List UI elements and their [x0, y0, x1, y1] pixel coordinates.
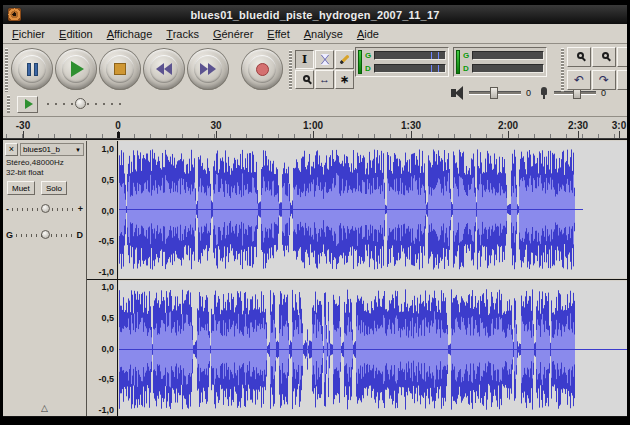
menu-edition[interactable]: Edition: [52, 26, 100, 42]
gain-slider-row: - +: [6, 203, 83, 215]
speed-slider-thumb[interactable]: [75, 98, 86, 109]
draw-tool-icon: [340, 55, 350, 65]
output-meter-left-label: G: [364, 51, 372, 60]
input-meter-left-bar: [472, 51, 544, 60]
play-at-speed-button[interactable]: [17, 96, 38, 113]
input-meter-right-bar: [472, 64, 544, 73]
track-name-button[interactable]: blues01_b ▼: [20, 143, 84, 156]
meter-led-icon: [456, 50, 460, 74]
menu-effet[interactable]: Effet: [260, 26, 296, 42]
title-bar[interactable]: blues01_bluedid_piste_hydrogen_2007_11_1…: [3, 5, 627, 24]
transport-toolbar-grip[interactable]: [5, 48, 8, 92]
pause-button-face: [18, 55, 46, 83]
stop-button[interactable]: [99, 48, 141, 90]
menu-analyse[interactable]: Analyse: [297, 26, 350, 42]
input-meter[interactable]: G D: [453, 47, 547, 77]
waveform-channel-right[interactable]: [119, 281, 627, 417]
zoom-out-button[interactable]: [592, 47, 616, 67]
input-meter-rows: G D: [462, 50, 544, 74]
undo-button[interactable]: ↶: [567, 70, 591, 90]
output-meter[interactable]: G D: [355, 47, 449, 77]
transcription-toolbar-grip[interactable]: [7, 95, 10, 113]
pan-slider-thumb[interactable]: [41, 230, 50, 239]
play-at-speed-icon: [25, 99, 33, 109]
track-close-button[interactable]: ×: [5, 143, 18, 156]
ruler-label-30: 30: [210, 120, 221, 131]
timeshift-tool-icon: ↔: [319, 74, 330, 85]
rewind-button[interactable]: [143, 48, 185, 90]
pause-button[interactable]: [11, 48, 53, 90]
gain-slider-thumb[interactable]: [41, 204, 50, 213]
track-bitdepth-label: 32-bit float: [6, 168, 43, 177]
app-icon: [8, 8, 21, 21]
record-icon: [256, 63, 269, 76]
scale-label: 0,0: [101, 206, 114, 216]
envelope-tool-icon: [321, 54, 329, 65]
zoom-in-icon: [577, 52, 584, 59]
output-volume-slider[interactable]: [469, 85, 521, 101]
timeshift-tool-button[interactable]: ↔: [315, 70, 334, 89]
playback-speed-slider[interactable]: [45, 96, 129, 112]
gain-slider[interactable]: [11, 203, 76, 215]
tools-toolbar-grip[interactable]: [289, 50, 292, 90]
menu-aide[interactable]: Aide: [350, 26, 386, 42]
meter-led-icon: [358, 50, 362, 74]
microphone-icon: [541, 87, 547, 95]
menu-fichier[interactable]: Fichier: [5, 26, 52, 42]
selection-tool-button[interactable]: I: [295, 50, 314, 69]
play-button[interactable]: [55, 48, 97, 90]
ruler-label-3:0: 3:0: [612, 120, 626, 131]
timeline-ruler[interactable]: -300301:001:302:002:303:0: [3, 117, 627, 139]
forward-button[interactable]: [187, 48, 229, 90]
edit-toolbar: ↶ ↷: [561, 47, 627, 93]
zoom-in-button[interactable]: [567, 47, 591, 67]
zoom-tool-button[interactable]: [295, 70, 314, 89]
envelope-tool-button[interactable]: [315, 50, 334, 69]
window-title: blues01_bluedid_piste_hydrogen_2007_11_1…: [21, 9, 609, 21]
ruler-label-0: 0: [115, 120, 121, 131]
track-bottom-border: [3, 416, 627, 417]
draw-tool-button[interactable]: [335, 50, 354, 69]
output-meter-right-bar: [374, 64, 446, 73]
audacity-window: blues01_bluedid_piste_hydrogen_2007_11_1…: [3, 5, 627, 417]
undo-icon: ↶: [574, 73, 584, 87]
zoom-fit-button[interactable]: [617, 47, 627, 67]
multi-tool-button[interactable]: ∗: [335, 70, 354, 89]
playhead-marker: [117, 132, 120, 138]
mute-button[interactable]: Muet: [7, 181, 35, 195]
speed-slider-track: [47, 103, 127, 105]
output-meter-rows: G D: [364, 50, 446, 74]
output-volume-value: 0: [526, 88, 534, 98]
waveform-channel-left[interactable]: [119, 141, 627, 278]
track-control-panel: × blues01_b ▼ Stéréo,48000Hz 32-bit floa…: [3, 141, 87, 417]
edit-toolbar-grip[interactable]: [561, 48, 564, 92]
ruler-label--30: -30: [16, 120, 30, 131]
selection-tool-icon: I: [302, 54, 307, 65]
redo-button[interactable]: ↷: [592, 70, 616, 90]
output-meter-left-bar: [374, 51, 446, 60]
forward-icon: [200, 63, 216, 75]
ruler-minor-ticks: [3, 134, 627, 138]
output-volume-thumb[interactable]: [490, 87, 498, 99]
pan-slider[interactable]: [15, 229, 74, 241]
vertical-ruler-left-channel: 1,00,50,0-0,5-1,0: [87, 142, 117, 279]
speaker-icon: [451, 89, 456, 97]
channel-divider: [87, 279, 627, 280]
edit-toolbar-button[interactable]: [617, 70, 627, 90]
play-button-face: [62, 55, 90, 83]
zoom-out-icon: [602, 52, 609, 59]
stop-icon: [114, 63, 126, 75]
input-meter-right-label: D: [462, 64, 470, 73]
menu-generer[interactable]: Générer: [206, 26, 260, 42]
play-icon: [71, 61, 84, 77]
solo-button[interactable]: Solo: [41, 181, 67, 195]
ruler-label-2:00: 2:00: [498, 120, 518, 131]
dropdown-arrow-icon: ▼: [75, 147, 81, 153]
menu-tracks[interactable]: Tracks: [159, 26, 206, 42]
menu-affichage[interactable]: Affichage: [100, 26, 160, 42]
track-header: × blues01_b ▼: [5, 143, 84, 156]
record-button[interactable]: [241, 48, 283, 90]
menu-bar: FichierEditionAffichageTracksGénérerEffe…: [3, 24, 627, 44]
gain-min-label: -: [6, 204, 9, 214]
collapse-track-button[interactable]: △: [3, 403, 86, 413]
